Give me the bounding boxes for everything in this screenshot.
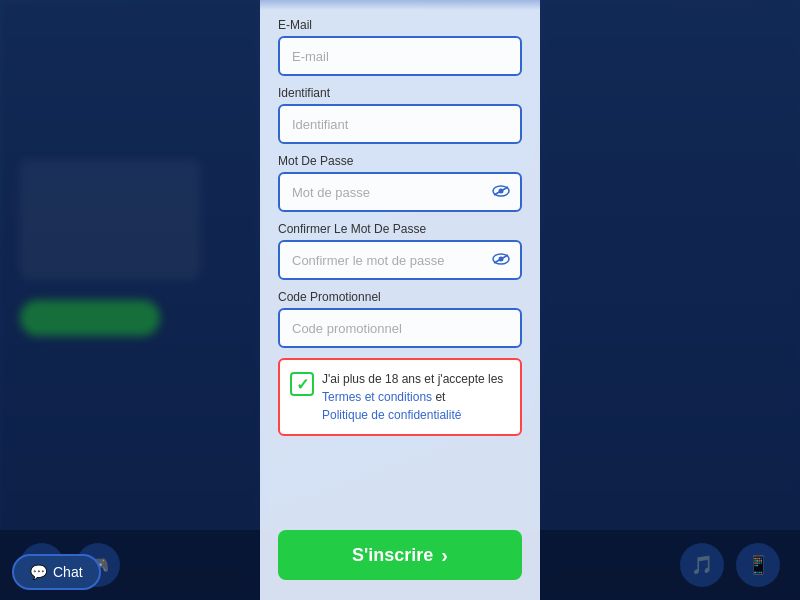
chat-label: Chat [53, 564, 83, 580]
password-field-group: Mot De Passe [278, 154, 522, 212]
promo-field-group: Code Promotionnel [278, 290, 522, 348]
confirm-password-toggle-icon[interactable] [492, 251, 510, 269]
bg-overlay-left [0, 0, 260, 600]
terms-text-before: J'ai plus de 18 ans et j'accepte les [322, 372, 503, 386]
email-field-group: E-Mail [278, 18, 522, 76]
promo-input[interactable] [292, 321, 508, 336]
svg-line-5 [494, 255, 508, 263]
register-arrow-icon: › [441, 544, 448, 567]
terms-text-middle: et [432, 390, 445, 404]
promo-input-wrapper [278, 308, 522, 348]
password-label: Mot De Passe [278, 154, 522, 168]
checkmark-icon: ✓ [296, 375, 309, 394]
identifiant-field-group: Identifiant [278, 86, 522, 144]
identifiant-input[interactable] [292, 117, 508, 132]
nav-icon-4[interactable]: 📱 [736, 543, 780, 587]
password-input-wrapper [278, 172, 522, 212]
password-input[interactable] [292, 185, 508, 200]
bottom-right-icons: 🎵 📱 [680, 543, 780, 587]
registration-form: E-Mail Identifiant Mot De Passe Confirme… [260, 0, 540, 600]
identifiant-label: Identifiant [278, 86, 522, 100]
password-toggle-icon[interactable] [492, 183, 510, 201]
form-top-blur [260, 0, 540, 10]
email-input-wrapper [278, 36, 522, 76]
chat-button[interactable]: 💬 Chat [12, 554, 101, 590]
confirm-password-input[interactable] [292, 253, 508, 268]
register-button[interactable]: S'inscrire › [278, 530, 522, 580]
identifiant-input-wrapper [278, 104, 522, 144]
confirm-password-field-group: Confirmer Le Mot De Passe [278, 222, 522, 280]
svg-line-2 [494, 187, 508, 195]
bg-overlay-right [540, 0, 800, 600]
terms-section: ✓ J'ai plus de 18 ans et j'accepte les T… [278, 358, 522, 436]
terms-text: J'ai plus de 18 ans et j'accepte les Ter… [322, 370, 510, 424]
terms-conditions-link[interactable]: Termes et conditions [322, 390, 432, 404]
privacy-policy-link[interactable]: Politique de confidentialité [322, 408, 461, 422]
promo-label: Code Promotionnel [278, 290, 522, 304]
register-button-label: S'inscrire [352, 545, 433, 566]
terms-checkbox[interactable]: ✓ [290, 372, 314, 396]
confirm-password-label: Confirmer Le Mot De Passe [278, 222, 522, 236]
chat-icon: 💬 [30, 564, 47, 580]
email-label: E-Mail [278, 18, 522, 32]
nav-icon-3[interactable]: 🎵 [680, 543, 724, 587]
confirm-password-input-wrapper [278, 240, 522, 280]
email-input[interactable] [292, 49, 508, 64]
